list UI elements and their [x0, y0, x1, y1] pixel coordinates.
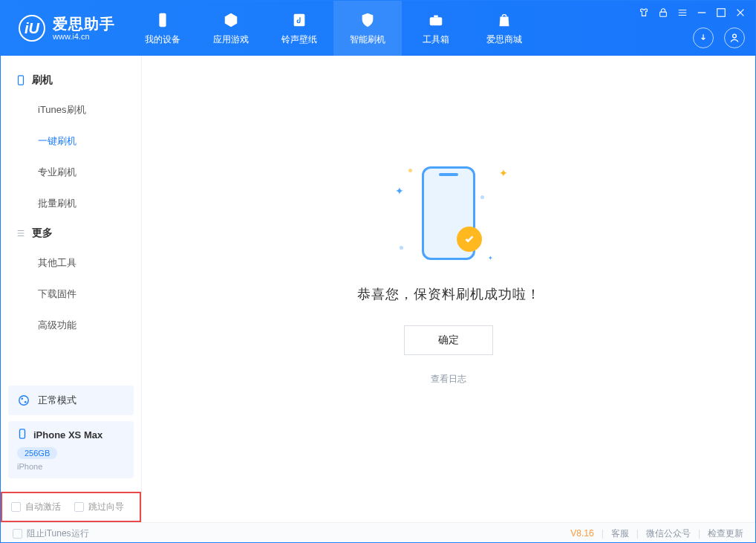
music-icon [290, 11, 308, 29]
section-title: 更多 [32, 227, 53, 240]
svg-point-9 [21, 397, 23, 400]
main-content: ✦ ✦ ✦ 恭喜您，保资料刷机成功啦！ 确定 查看日志 [142, 56, 755, 522]
svg-rect-0 [159, 13, 166, 26]
footer-right: V8.16 | 客服 | 微信公众号 | 检查更新 [570, 527, 743, 540]
svg-rect-2 [430, 17, 443, 25]
nav-toolbox[interactable]: 工具箱 [402, 1, 470, 56]
sparkle-icon: ✦ [499, 167, 508, 179]
nav-smart-flash[interactable]: 智能刷机 [333, 1, 402, 56]
maximize-button[interactable] [715, 7, 727, 19]
menu-icon[interactable] [677, 7, 688, 19]
sidebar-item-onekey-flash[interactable]: 一键刷机 [1, 126, 141, 157]
phone-icon [422, 166, 475, 260]
device-icon [154, 11, 172, 29]
svg-point-8 [19, 396, 28, 405]
dot-icon [480, 195, 484, 199]
device-os-label: iPhone [17, 462, 125, 471]
sidebar-section-flash: 刷机 [1, 66, 141, 94]
window-controls [638, 7, 746, 19]
view-log-link[interactable]: 查看日志 [431, 373, 466, 386]
app-header: iU 爱思助手 www.i4.cn 我的设备 应用游戏 铃声壁纸 智能刷机 工具… [1, 1, 755, 56]
dot-icon [408, 169, 412, 172]
checkbox-box-icon [13, 529, 22, 539]
sparkle-icon: ✦ [488, 255, 493, 261]
footer-link-update[interactable]: 检查更新 [708, 527, 743, 540]
sidebar-item-batch-flash[interactable]: 批量刷机 [1, 188, 141, 219]
sidebar: 刷机 iTunes刷机 一键刷机 专业刷机 批量刷机 更多 其他工具 下载固件 … [1, 56, 142, 522]
sparkle-icon: ✦ [395, 185, 404, 197]
checkbox-skip-guide[interactable]: 跳过向导 [74, 501, 124, 513]
svg-rect-7 [19, 76, 24, 85]
svg-rect-3 [434, 15, 438, 17]
version-label: V8.16 [570, 528, 593, 539]
nav-label: 铃声壁纸 [281, 33, 317, 46]
header-actions [693, 27, 745, 48]
checkbox-label: 自动激活 [25, 501, 61, 513]
device-card[interactable]: iPhone XS Max 256GB iPhone [8, 421, 134, 478]
checkbox-box-icon [11, 502, 21, 512]
footer-link-wechat[interactable]: 微信公众号 [646, 527, 691, 540]
status-bar: 阻止iTunes运行 V8.16 | 客服 | 微信公众号 | 检查更新 [1, 522, 755, 543]
device-phone-icon [17, 429, 27, 441]
sidebar-item-advanced[interactable]: 高级功能 [1, 310, 141, 341]
user-button[interactable] [724, 27, 745, 48]
svg-rect-11 [20, 429, 25, 438]
device-storage-badge: 256GB [17, 447, 57, 459]
nav-label: 智能刷机 [350, 33, 385, 46]
sidebar-item-pro-flash[interactable]: 专业刷机 [1, 157, 141, 188]
sidebar-bottom: 正常模式 iPhone XS Max 256GB iPhone [1, 386, 141, 486]
logo-area: iU 爱思助手 www.i4.cn [1, 1, 128, 56]
nav-store[interactable]: 爱思商城 [470, 1, 538, 56]
app-body: 刷机 iTunes刷机 一键刷机 专业刷机 批量刷机 更多 其他工具 下载固件 … [1, 56, 755, 522]
close-button[interactable] [734, 7, 746, 19]
app-logo-icon: iU [19, 15, 45, 42]
sidebar-section-more: 更多 [1, 219, 141, 247]
device-name-label: iPhone XS Max [33, 429, 102, 440]
nav-ringtones-wallpapers[interactable]: 铃声壁纸 [265, 1, 333, 56]
shirt-icon[interactable] [638, 7, 650, 19]
cube-icon [222, 11, 240, 29]
list-icon [16, 228, 26, 238]
svg-rect-5 [717, 9, 726, 17]
ok-button[interactable]: 确定 [404, 325, 493, 355]
svg-rect-4 [660, 12, 667, 16]
success-message: 恭喜您，保资料刷机成功啦！ [357, 285, 541, 303]
lock-icon[interactable] [657, 7, 669, 19]
checkbox-block-itunes[interactable]: 阻止iTunes运行 [13, 527, 89, 540]
phone-icon [16, 75, 26, 85]
sidebar-item-other-tools[interactable]: 其他工具 [1, 247, 141, 279]
footer-link-support[interactable]: 客服 [611, 527, 629, 540]
main-nav: 我的设备 应用游戏 铃声壁纸 智能刷机 工具箱 爱思商城 [128, 1, 538, 56]
minimize-button[interactable] [696, 7, 708, 19]
checkbox-box-icon [74, 502, 84, 512]
success-illustration: ✦ ✦ ✦ [389, 163, 508, 263]
nav-label: 工具箱 [423, 33, 449, 46]
nav-my-device[interactable]: 我的设备 [128, 1, 197, 56]
nav-label: 我的设备 [145, 33, 180, 46]
nav-label: 应用游戏 [213, 33, 249, 46]
checkbox-label: 阻止iTunes运行 [27, 527, 89, 540]
toolbox-icon [427, 11, 445, 29]
checkbox-label: 跳过向导 [88, 501, 124, 513]
mode-card[interactable]: 正常模式 [8, 386, 134, 415]
shield-refresh-icon [359, 11, 377, 29]
flash-options-highlight: 自动激活 跳过向导 [1, 492, 141, 522]
app-url: www.i4.cn [53, 32, 115, 41]
svg-point-10 [25, 401, 27, 403]
nav-label: 爱思商城 [486, 33, 522, 46]
sidebar-item-download-firmware[interactable]: 下载固件 [1, 279, 141, 310]
dot-icon [400, 246, 403, 250]
nav-apps-games[interactable]: 应用游戏 [197, 1, 265, 56]
svg-point-6 [733, 34, 737, 38]
sidebar-item-itunes-flash[interactable]: iTunes刷机 [1, 94, 141, 126]
check-badge-icon [457, 227, 482, 252]
svg-rect-1 [294, 13, 305, 26]
download-button[interactable] [693, 27, 714, 48]
checkbox-auto-activate[interactable]: 自动激活 [11, 501, 61, 513]
mode-icon [17, 394, 30, 407]
section-title: 刷机 [32, 74, 53, 87]
app-name: 爱思助手 [53, 16, 115, 32]
mode-label: 正常模式 [38, 394, 76, 407]
shopping-bag-icon [495, 11, 513, 29]
